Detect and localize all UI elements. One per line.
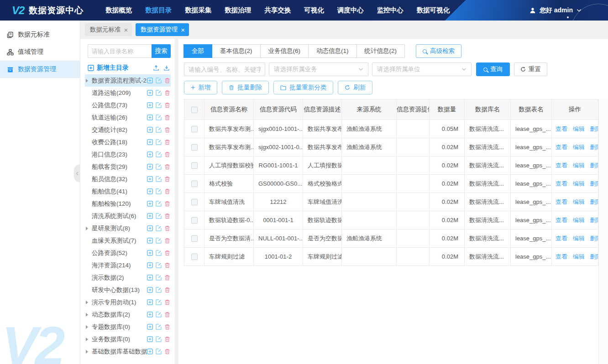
edit-icon[interactable] xyxy=(156,102,162,108)
keyword-input[interactable] xyxy=(184,62,265,76)
reset-button[interactable]: 重置 xyxy=(514,62,547,76)
category-tab[interactable]: 动态信息(1) xyxy=(308,44,357,58)
edit-icon[interactable] xyxy=(156,250,162,256)
edit-icon[interactable] xyxy=(156,287,162,293)
edit-icon[interactable] xyxy=(156,78,162,83)
category-tab[interactable]: 业务信息(6) xyxy=(260,44,309,58)
delete-icon[interactable] xyxy=(164,127,170,133)
tree-item[interactable]: 演示专用勿动(1) xyxy=(85,296,171,308)
add-child-icon[interactable] xyxy=(147,287,153,293)
tree-search-button[interactable]: 搜索 xyxy=(152,44,171,58)
delete-icon[interactable] xyxy=(164,225,170,231)
tab-data-resource-management[interactable]: 数据资源管理 xyxy=(136,23,189,36)
expand-icon[interactable] xyxy=(86,190,92,193)
tree-item[interactable]: 船舶信息(41) xyxy=(85,185,171,198)
edit-icon[interactable] xyxy=(156,299,162,305)
category-tab[interactable]: 基本信息(2) xyxy=(212,44,261,58)
row-checkbox[interactable] xyxy=(191,126,198,132)
sidebar-item-value-domain[interactable]: 值域管理 xyxy=(0,43,80,61)
expand-icon[interactable] xyxy=(86,350,92,354)
edit-icon[interactable] xyxy=(156,176,162,182)
edit-link[interactable]: 编辑 xyxy=(573,217,585,224)
nav-menu-item[interactable]: 数据治理 xyxy=(225,6,251,15)
add-child-icon[interactable] xyxy=(147,127,153,133)
nav-menu-item[interactable]: 调度中心 xyxy=(337,6,364,15)
delete-link[interactable]: 删除 xyxy=(590,198,598,205)
category-tab[interactable]: 全部 xyxy=(183,44,212,58)
collapse-panel-button[interactable] xyxy=(74,164,80,182)
edit-link[interactable]: 编辑 xyxy=(573,235,585,242)
view-link[interactable]: 查看 xyxy=(556,162,567,169)
nav-menu-item[interactable]: 可视化 xyxy=(304,6,324,15)
expand-icon[interactable] xyxy=(86,264,92,267)
expand-icon[interactable] xyxy=(86,165,92,169)
edit-icon[interactable] xyxy=(156,312,162,317)
edit-icon[interactable] xyxy=(156,151,162,157)
edit-icon[interactable] xyxy=(156,225,162,231)
select-all-checkbox[interactable] xyxy=(191,107,198,113)
delete-icon[interactable] xyxy=(164,78,170,83)
view-link[interactable]: 查看 xyxy=(556,180,567,187)
row-checkbox[interactable] xyxy=(191,199,198,205)
add-child-icon[interactable] xyxy=(147,312,153,317)
add-child-icon[interactable] xyxy=(147,139,153,145)
expand-icon[interactable] xyxy=(86,325,92,329)
expand-icon[interactable] xyxy=(86,313,92,317)
delete-icon[interactable] xyxy=(164,238,170,244)
expand-icon[interactable] xyxy=(86,116,92,120)
add-child-icon[interactable] xyxy=(147,225,153,231)
expand-icon[interactable] xyxy=(86,239,92,243)
edit-icon[interactable] xyxy=(156,164,162,170)
nav-menu-item[interactable]: 监控中心 xyxy=(377,6,404,15)
delete-icon[interactable] xyxy=(164,312,170,317)
expand-icon[interactable] xyxy=(86,177,92,181)
delete-icon[interactable] xyxy=(164,336,170,342)
tree-item[interactable]: 公路信息(73) xyxy=(85,99,171,111)
expand-icon[interactable] xyxy=(86,227,92,230)
add-child-icon[interactable] xyxy=(147,90,153,96)
business-select[interactable]: 请选择所属业务 xyxy=(269,62,368,76)
view-link[interactable]: 查看 xyxy=(556,253,567,260)
advanced-search-button[interactable]: 高级检索 xyxy=(416,44,461,58)
tree-item[interactable]: 动态数据库(2) xyxy=(85,308,171,321)
delete-link[interactable]: 删除 xyxy=(590,125,598,132)
delete-link[interactable]: 删除 xyxy=(590,217,598,224)
delete-link[interactable]: 删除 xyxy=(590,144,598,151)
tree-item[interactable]: 业务数据库(0) xyxy=(85,333,171,345)
view-link[interactable]: 查看 xyxy=(556,125,567,132)
delete-icon[interactable] xyxy=(164,262,170,268)
delete-icon[interactable] xyxy=(164,151,170,157)
edit-icon[interactable] xyxy=(156,262,162,268)
query-button[interactable]: 查询 xyxy=(476,62,510,76)
edit-icon[interactable] xyxy=(156,139,162,145)
refresh-button[interactable]: 刷新 xyxy=(338,81,372,94)
edit-link[interactable]: 编辑 xyxy=(573,144,585,151)
delete-icon[interactable] xyxy=(164,164,170,170)
close-icon[interactable] xyxy=(181,26,185,34)
tree-search-input[interactable] xyxy=(88,44,152,58)
view-link[interactable]: 查看 xyxy=(556,217,567,224)
view-link[interactable]: 查看 xyxy=(556,144,567,151)
tree-item[interactable]: 船舶检验(120) xyxy=(85,198,171,210)
add-child-icon[interactable] xyxy=(147,201,153,207)
view-link[interactable]: 查看 xyxy=(556,198,567,205)
edit-icon[interactable] xyxy=(156,201,162,207)
edit-icon[interactable] xyxy=(156,275,162,281)
row-checkbox[interactable] xyxy=(191,162,198,169)
sidebar-item-data-resource-management[interactable]: 数据资源管理 xyxy=(0,61,80,78)
tree-item[interactable]: 船员信息(32) xyxy=(85,173,171,185)
edit-icon[interactable] xyxy=(156,90,162,96)
expand-icon[interactable] xyxy=(86,301,92,304)
delete-icon[interactable] xyxy=(164,188,170,194)
row-checkbox[interactable] xyxy=(191,181,198,187)
row-checkbox[interactable] xyxy=(191,144,198,151)
add-child-icon[interactable] xyxy=(147,336,153,342)
nav-menu-item[interactable]: 数据可视化 xyxy=(417,6,450,15)
add-child-icon[interactable] xyxy=(147,164,153,170)
add-child-icon[interactable] xyxy=(147,114,153,120)
nav-menu-item[interactable]: 配置中心 xyxy=(463,6,489,15)
tree-item[interactable]: 公路资源(52) xyxy=(85,247,171,259)
edit-icon[interactable] xyxy=(156,213,162,219)
delete-icon[interactable] xyxy=(164,250,170,256)
edit-link[interactable]: 编辑 xyxy=(573,180,585,187)
